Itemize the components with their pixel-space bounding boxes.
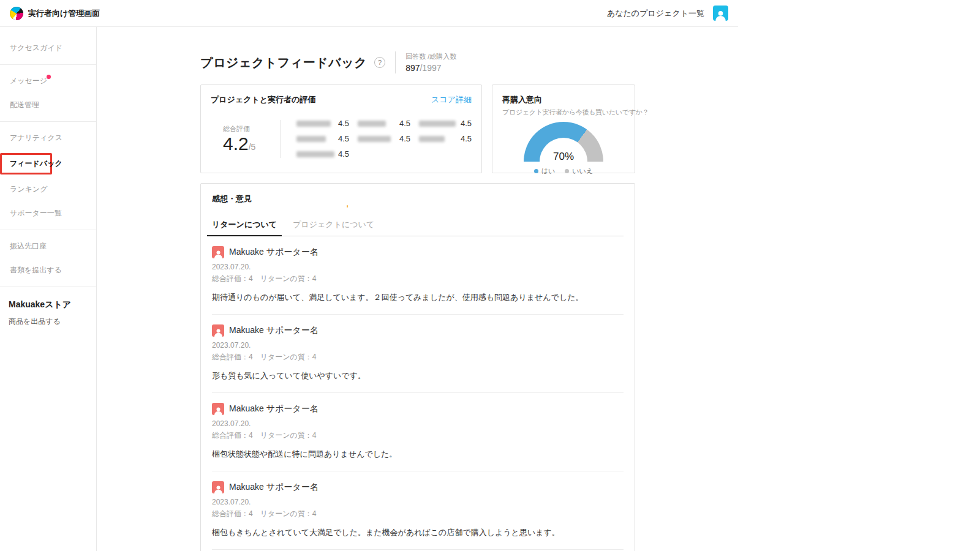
legend-label-yes: はい: [541, 167, 556, 176]
reviews-tabs: リターンについて プロジェクトについて: [212, 214, 624, 236]
help-icon[interactable]: ?: [374, 57, 385, 68]
score-detail-link[interactable]: スコア詳細: [431, 94, 472, 105]
review-comment: 形も質も気に入っていて使いやすいです。: [212, 370, 624, 381]
score-value: 4.5: [338, 134, 349, 143]
redacted-score-label: [296, 121, 331, 127]
review-comment: 梱包もきちんとされていて大満足でした。また機会があればこの店舗で購入しようと思い…: [212, 527, 624, 538]
redacted-score-label: [419, 136, 445, 142]
person-icon: [213, 484, 224, 493]
sidebar-item-list-product[interactable]: 商品を出品する: [0, 312, 96, 332]
top-header: 実行者向け管理画面 あなたのプロジェクト一覧: [0, 0, 738, 27]
sidebar-divider: [0, 287, 96, 287]
review-item: Makuake サポーター名 2023.07.20. 総合評価：4 リターンの質…: [212, 471, 624, 550]
supporter-name: Makuake サポーター名: [229, 325, 318, 336]
supporter-name: Makuake サポーター名: [229, 482, 318, 493]
review-header: Makuake サポーター名: [212, 481, 624, 493]
response-stats: 回答数 /総購入数 897/1997: [405, 52, 456, 73]
gauge-arc-chart: 70%: [524, 122, 603, 162]
repurchase-card-subtitle: プロジェクト実行者から今後も買いたいですか？: [502, 108, 625, 117]
stats-label: 回答数 /総購入数: [405, 52, 456, 61]
sidebar-item-analytics[interactable]: アナリティクス: [0, 128, 96, 148]
sidebar-divider: [0, 64, 96, 65]
layout: サクセスガイド メッセージ 配送管理 アナリティクス フィードバック ランキング…: [0, 27, 738, 551]
redacted-score-label: [296, 151, 334, 157]
person-icon: [213, 406, 224, 415]
review-header: Makuake サポーター名: [212, 246, 624, 258]
person-icon: [714, 9, 727, 21]
supporter-name: Makuake サポーター名: [229, 403, 318, 414]
review-header: Makuake サポーター名: [212, 324, 624, 337]
reviews-card-title: 感想・意見: [212, 193, 624, 204]
score-value: 4.5: [461, 134, 472, 143]
sidebar-divider: [0, 230, 96, 230]
score-grid: 4.5 4.5 4.5 4.5 4.5 4.5 4.5: [296, 119, 472, 159]
score-value: 4.5: [338, 149, 349, 159]
header-actions: あなたのプロジェクト一覧: [607, 6, 728, 21]
legend-label-no: いいえ: [572, 167, 593, 176]
redacted-score-label: [358, 121, 386, 127]
sidebar-item-label: メッセージ: [10, 77, 47, 85]
sidebar-item-success-guide[interactable]: サクセスガイド: [0, 38, 96, 58]
sidebar-item-bank-account[interactable]: 振込先口座: [0, 236, 96, 257]
header-brand: 実行者向け管理画面: [10, 7, 100, 20]
sidebar-divider: [0, 121, 96, 122]
overall-rating-denominator: /5: [249, 142, 256, 152]
tab-about-returns[interactable]: リターンについて: [212, 214, 277, 236]
supporter-avatar: [212, 481, 224, 493]
sidebar-store-heading: Makuakeストア: [0, 293, 96, 312]
notification-dot: [47, 75, 51, 79]
person-icon: [213, 249, 224, 258]
supporter-avatar: [212, 246, 224, 258]
sidebar: サクセスガイド メッセージ 配送管理 アナリティクス フィードバック ランキング…: [0, 27, 97, 551]
review-date: 2023.07.20.: [212, 341, 624, 350]
sidebar-item-messages[interactable]: メッセージ: [0, 71, 96, 91]
reviews-card: 感想・意見 リターンについて プロジェクトについて Makuake サポーター名…: [200, 183, 635, 551]
tab-about-project[interactable]: プロジェクトについて: [293, 214, 374, 236]
repurchase-card: 再購入意向 プロジェクト実行者から今後も買いたいですか？ 70% はい いいえ: [492, 84, 635, 173]
score-cell: 4.5: [419, 134, 472, 143]
review-rating-line: 総合評価：4 リターンの質：4: [212, 274, 624, 284]
stats-value: 897/1997: [405, 63, 456, 73]
page-title: プロジェクトフィードバック: [200, 54, 367, 71]
rating-body: 総合評価 4.2/5 4.5 4.5 4.5 4.5 4.5 4.5 4.5: [211, 119, 472, 159]
repurchase-gauge: 70%: [524, 122, 603, 162]
score-value: 4.5: [338, 119, 349, 128]
score-cell: 4.5: [358, 119, 410, 128]
tab-notification-dot: [347, 205, 348, 208]
supporter-avatar: [212, 324, 224, 337]
your-projects-link[interactable]: あなたのプロジェクト一覧: [607, 8, 704, 19]
review-comment: 期待通りのものが届いて、満足しています。２回使ってみましたが、使用感も問題ありま…: [212, 292, 624, 303]
review-date: 2023.07.20.: [212, 263, 624, 271]
redacted-score-label: [358, 136, 391, 142]
sidebar-item-shipping[interactable]: 配送管理: [0, 95, 96, 115]
sidebar-item-ranking[interactable]: ランキング: [0, 179, 96, 200]
sidebar-item-feedback[interactable]: フィードバック: [0, 153, 52, 174]
summary-cards: プロジェクトと実行者の評価 スコア詳細 総合評価 4.2/5 4.5 4.5 4…: [200, 84, 635, 173]
rating-card: プロジェクトと実行者の評価 スコア詳細 総合評価 4.2/5 4.5 4.5 4…: [200, 84, 482, 173]
repurchase-card-title: 再購入意向: [502, 94, 625, 105]
score-cell: 4.5: [358, 134, 410, 143]
sidebar-item-supporters[interactable]: サポーター一覧: [0, 203, 96, 223]
user-avatar[interactable]: [713, 6, 728, 21]
score-value: 4.5: [399, 134, 410, 143]
makuake-logo-icon: [10, 7, 23, 20]
rating-divider: [280, 120, 281, 158]
person-icon: [213, 328, 224, 337]
page-title-row: プロジェクトフィードバック ? 回答数 /総購入数 897/1997: [200, 51, 738, 73]
review-rating-line: 総合評価：4 リターンの質：4: [212, 430, 624, 441]
review-item: Makuake サポーター名 2023.07.20. 総合評価：4 リターンの質…: [212, 393, 624, 471]
supporter-avatar: [212, 403, 224, 415]
review-date: 2023.07.20.: [212, 419, 624, 428]
redacted-score-label: [296, 136, 326, 142]
review-rating-line: 総合評価：4 リターンの質：4: [212, 352, 624, 362]
review-rating-line: 総合評価：4 リターンの質：4: [212, 509, 624, 519]
overall-rating: 総合評価 4.2/5: [211, 124, 280, 154]
score-cell: 4.5: [296, 119, 349, 128]
score-cell: 4.5: [419, 119, 472, 128]
legend-dot-no: [565, 169, 569, 173]
legend-item-yes: はい: [534, 167, 556, 176]
gauge-percent-label: 70%: [524, 151, 603, 162]
sidebar-item-submit-documents[interactable]: 書類を提出する: [0, 260, 96, 280]
score-cell: 4.5: [296, 149, 349, 159]
redacted-score-label: [419, 121, 456, 127]
